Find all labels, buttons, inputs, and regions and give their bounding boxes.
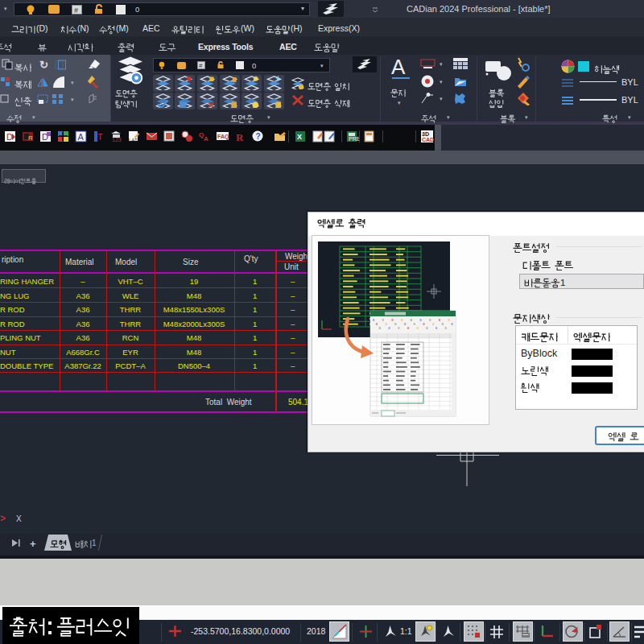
svg-text:R: R	[236, 131, 244, 142]
svg-text:LAT: LAT	[129, 138, 138, 142]
svg-text:A: A	[204, 135, 208, 142]
svg-text:D: D	[6, 132, 13, 142]
svg-text:R: R	[28, 134, 33, 142]
svg-text:A: A	[78, 132, 85, 142]
svg-text:3D: 3D	[422, 131, 429, 137]
svg-text:T: T	[97, 132, 103, 142]
svg-text:123: 123	[112, 137, 122, 142]
svg-text:FAQ: FAQ	[217, 134, 229, 140]
svg-text:?: ?	[256, 132, 261, 141]
svg-text:X: X	[297, 133, 302, 141]
svg-text:CAD: CAD	[422, 137, 434, 142]
svg-text:PRE: PRE	[349, 136, 359, 142]
